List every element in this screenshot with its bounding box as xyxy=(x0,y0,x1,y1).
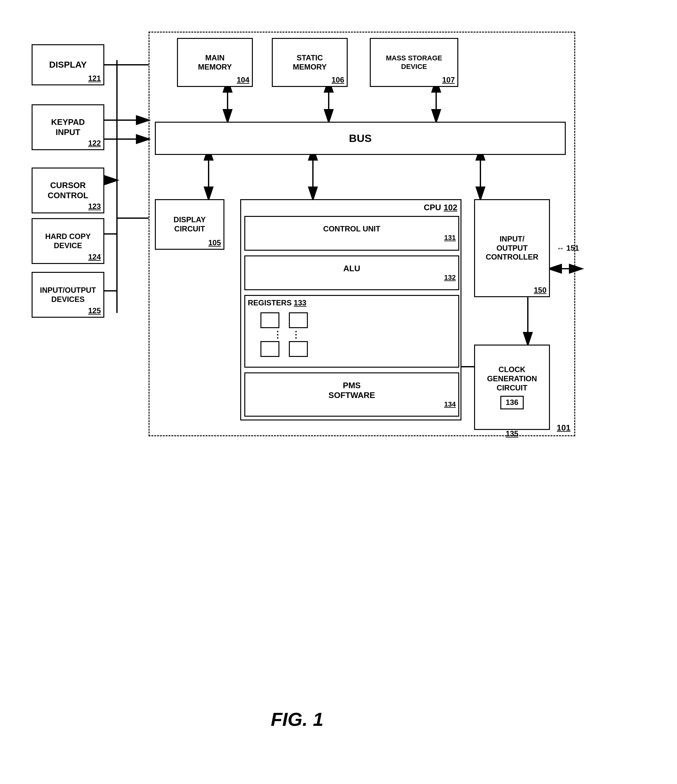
io-151-label: ↔ 151 xyxy=(557,244,579,253)
hard-copy-box: HARD COPYDEVICE 124 xyxy=(32,218,104,264)
registers-label: REGISTERS 133 xyxy=(248,299,306,308)
static-memory-num: 106 xyxy=(332,76,344,85)
keypad-label: KEYPADINPUT xyxy=(51,117,85,137)
display-label: DISPLAY xyxy=(49,59,87,70)
fig-label: FIG. 1 xyxy=(271,708,324,730)
display-circuit-label: DISPLAYCIRCUIT xyxy=(174,215,206,233)
pms-software-num: 134 xyxy=(444,400,458,408)
pms-software-label: PMSSOFTWARE xyxy=(328,381,375,400)
clock-gen-num: 136 xyxy=(506,398,518,406)
keypad-num: 122 xyxy=(88,139,101,148)
static-memory-label: STATICMEMORY xyxy=(293,53,326,72)
display-circuit-box: DISPLAYCIRCUIT 105 xyxy=(155,199,224,250)
main-memory-box: MAINMEMORY 104 xyxy=(177,38,253,87)
mass-storage-label: MASS STORAGEDEVICE xyxy=(386,54,442,71)
control-unit-num: 131 xyxy=(444,233,458,242)
control-unit-label: CONTROL UNIT xyxy=(323,224,380,233)
main-memory-num: 104 xyxy=(237,76,249,85)
clock-gen-outer-box: CLOCKGENERATIONCIRCUIT 136 135 xyxy=(474,345,550,430)
alu-num: 132 xyxy=(444,274,458,282)
io-controller-label: INPUT/OUTPUTCONTROLLER xyxy=(486,235,539,262)
cpu-num: 102 xyxy=(444,203,457,212)
clock-gen-num-box: 136 xyxy=(500,396,524,409)
display-box: DISPLAY 121 xyxy=(32,44,104,86)
static-memory-box: STATICMEMORY 106 xyxy=(272,38,348,87)
clock-gen-135: 135 xyxy=(506,429,518,439)
io-controller-num: 150 xyxy=(534,286,547,295)
diagram: 101 MAINMEMORY 104 STATICMEMORY 106 MASS… xyxy=(12,12,664,740)
main-system-label: 101 xyxy=(557,423,570,433)
alu-label: ALU xyxy=(343,264,360,274)
main-memory-label: MAINMEMORY xyxy=(198,53,232,72)
display-num: 121 xyxy=(88,74,101,83)
clock-gen-label: CLOCKGENERATIONCIRCUIT xyxy=(487,365,537,392)
io-controller-box: INPUT/OUTPUTCONTROLLER 150 ↔ 151 xyxy=(474,199,550,297)
display-circuit-num: 105 xyxy=(208,238,221,247)
hard-copy-num: 124 xyxy=(88,253,101,262)
hard-copy-label: HARD COPYDEVICE xyxy=(45,232,91,250)
mass-storage-box: MASS STORAGEDEVICE 107 xyxy=(370,38,458,87)
cursor-num: 123 xyxy=(88,202,101,211)
cursor-label: CURSORCONTROL xyxy=(48,180,89,200)
cpu-label: CPU xyxy=(424,203,441,212)
bus-label: BUS xyxy=(349,132,372,145)
keypad-box: KEYPADINPUT 122 xyxy=(32,104,104,150)
mass-storage-num: 107 xyxy=(442,76,455,85)
cpu-outer-box: CPU 102 CONTROL UNIT 131 ALU 132 REGISTE… xyxy=(240,199,461,420)
io-devices-label: INPUT/OUTPUTDEVICES xyxy=(40,286,96,304)
io-devices-box: INPUT/OUTPUTDEVICES 125 xyxy=(32,272,104,318)
bus-box: BUS xyxy=(155,122,566,155)
io-devices-num: 125 xyxy=(88,306,101,316)
cursor-box: CURSORCONTROL 123 xyxy=(32,168,104,213)
